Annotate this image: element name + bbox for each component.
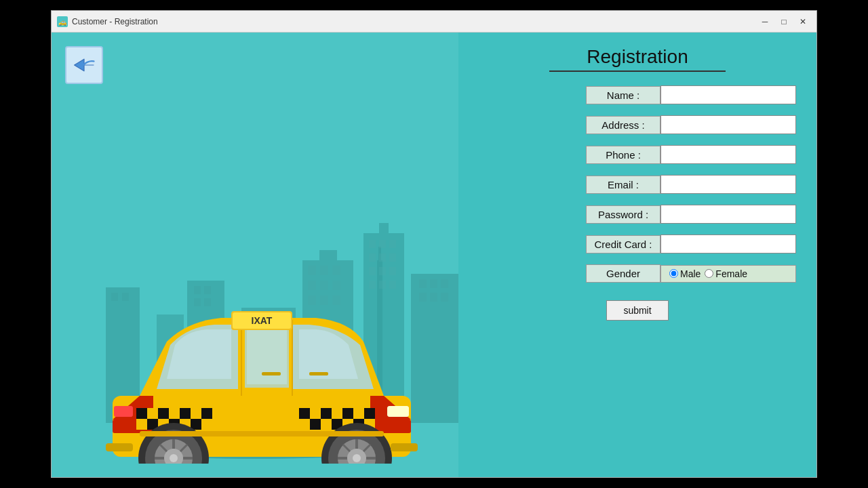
svg-rect-63: [180, 408, 191, 419]
back-button[interactable]: [65, 46, 103, 84]
svg-text:🚕: 🚕: [58, 18, 67, 26]
svg-rect-52: [262, 372, 281, 375]
right-panel: Registration Name : Address : Phone : Em…: [458, 33, 816, 477]
gender-male-label: Male: [680, 268, 701, 279]
name-row: Name :: [479, 85, 796, 104]
svg-rect-78: [353, 408, 364, 419]
phone-label: Phone :: [586, 146, 660, 164]
svg-rect-65: [201, 408, 212, 419]
name-label: Name :: [586, 86, 660, 104]
password-label: Password :: [586, 205, 660, 224]
phone-row: Phone :: [479, 145, 796, 164]
svg-rect-76: [332, 408, 342, 419]
svg-rect-32: [441, 279, 448, 288]
email-label: Email :: [586, 176, 660, 194]
credit-card-row: Credit Card :: [479, 235, 796, 253]
svg-rect-117: [106, 443, 133, 451]
svg-rect-74: [310, 408, 321, 419]
svg-rect-61: [158, 408, 169, 419]
gender-female-label: Female: [715, 268, 747, 279]
form-title: Registration: [549, 46, 726, 72]
svg-rect-5: [379, 223, 389, 233]
svg-rect-77: [342, 408, 353, 419]
gender-female-option[interactable]: Female: [705, 268, 747, 279]
gender-male-radio[interactable]: [669, 269, 678, 278]
svg-rect-71: [191, 419, 201, 430]
svg-point-104: [170, 454, 178, 462]
svg-rect-53: [309, 372, 328, 375]
close-button[interactable]: ✕: [795, 15, 811, 28]
titlebar: 🚕 Customer - Registration ─ □ ✕: [52, 11, 816, 33]
svg-rect-80: [299, 419, 310, 430]
minimize-button[interactable]: ─: [757, 15, 773, 28]
taxi-illustration: IXAT: [79, 247, 431, 464]
svg-rect-66: [136, 419, 147, 430]
maximize-button[interactable]: □: [776, 15, 792, 28]
password-row: Password :: [479, 205, 796, 224]
name-input[interactable]: [660, 85, 796, 104]
email-input[interactable]: [660, 175, 796, 194]
phone-input[interactable]: [660, 145, 796, 164]
svg-rect-81: [310, 419, 321, 430]
gender-female-radio[interactable]: [705, 269, 713, 278]
svg-rect-60: [147, 408, 158, 419]
password-input[interactable]: [660, 205, 796, 224]
main-content: IXAT: [52, 33, 816, 477]
address-row: Address :: [479, 115, 796, 134]
svg-rect-79: [364, 408, 375, 419]
svg-rect-82: [321, 419, 332, 430]
svg-rect-62: [169, 408, 180, 419]
svg-rect-118: [140, 431, 384, 436]
gender-label: Gender: [586, 264, 660, 283]
address-label: Address :: [586, 116, 660, 134]
email-row: Email :: [479, 175, 796, 194]
submit-button[interactable]: submit: [606, 300, 668, 321]
left-panel: IXAT: [52, 33, 458, 477]
svg-rect-75: [321, 408, 332, 419]
credit-card-label: Credit Card :: [586, 235, 660, 253]
window-controls: ─ □ ✕: [757, 15, 811, 28]
gender-male-option[interactable]: Male: [669, 268, 701, 279]
address-input[interactable]: [660, 115, 796, 134]
window-title: Customer - Registration: [72, 17, 158, 26]
svg-rect-115: [114, 406, 133, 417]
gender-row: Gender Male Female: [479, 264, 796, 283]
svg-point-91: [353, 454, 361, 462]
submit-row: submit: [479, 300, 796, 321]
svg-rect-114: [387, 406, 409, 417]
titlebar-left: 🚕 Customer - Registration: [57, 16, 158, 27]
svg-rect-72: [201, 419, 212, 430]
svg-text:IXAT: IXAT: [252, 315, 273, 326]
svg-rect-59: [136, 408, 147, 419]
svg-rect-116: [391, 443, 418, 451]
back-arrow-icon: [73, 56, 95, 75]
app-icon: 🚕: [57, 16, 68, 27]
taxi-svg: IXAT: [79, 247, 431, 464]
svg-rect-35: [441, 293, 448, 302]
credit-card-input[interactable]: [660, 235, 796, 253]
svg-rect-64: [191, 408, 201, 419]
app-window: 🚕 Customer - Registration ─ □ ✕: [51, 10, 817, 478]
svg-rect-73: [299, 408, 310, 419]
gender-options: Male Female: [660, 265, 796, 283]
